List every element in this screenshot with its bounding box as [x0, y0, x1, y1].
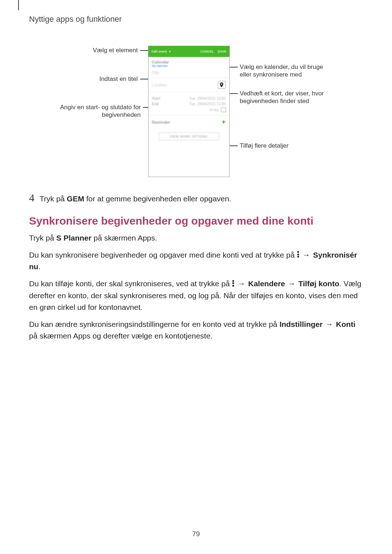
map-pin-icon: [218, 81, 226, 89]
phone-toolbar: Add event ▼ CANCEL SAVE: [148, 46, 229, 57]
paragraph-2: Du kan synkronisere begivenheder og opga…: [29, 249, 363, 273]
paragraph-3: Du kan tilføje konti, der skal synkronis…: [29, 278, 363, 313]
location-section: Location: [148, 78, 229, 92]
leader-line: [230, 93, 238, 94]
callout-choose-calendar: Vælg en kalender, du vil bruge eller syn…: [240, 63, 334, 79]
phone-blank-area: [148, 144, 229, 177]
page-notch: [18, 0, 19, 10]
more-options-icon: [232, 279, 234, 287]
page-content: Nyttige apps og funktioner Vælg et eleme…: [0, 0, 392, 362]
calendar-label: Calendar: [152, 60, 226, 64]
leader-line: [143, 107, 148, 108]
leader-line: [140, 50, 148, 51]
all-day-checkbox: [221, 107, 226, 112]
left-callouts: Vælg et element Indtast en titel Angiv e…: [54, 46, 148, 119]
more-options-icon: [297, 251, 299, 258]
reminder-label: Reminder: [152, 120, 171, 124]
start-datetime: Tue, 28/04/2015 10:00: [189, 97, 225, 100]
paragraph-4: Du kan ændre synkroniseringsindstillinge…: [29, 319, 363, 342]
start-label: Start: [152, 97, 160, 100]
calendar-diagram: Vælg et element Indtast en titel Angiv e…: [29, 46, 363, 177]
step-4: 4 Tryk på GEM for at gemme begivenheden …: [29, 192, 363, 204]
all-day-label: All day: [209, 108, 219, 112]
title-field-label: Title: [152, 70, 226, 75]
paragraph-1: Tryk på S Planner på skærmen Apps.: [29, 232, 363, 244]
dropdown-triangle-icon: ▼: [168, 50, 171, 53]
step-number: 4: [29, 192, 34, 204]
callout-start-end: Angiv en start- og slutdato for begivenh…: [57, 103, 141, 119]
location-field-label: Location: [152, 83, 167, 87]
page-number: 79: [0, 530, 392, 538]
add-reminder-plus-icon: +: [222, 118, 226, 126]
calendar-chooser-section: Calendar My calendar Title: [148, 57, 229, 78]
page-header: Nyttige apps og funktioner: [29, 15, 363, 24]
phone-screenshot: Add event ▼ CANCEL SAVE Calendar My cale…: [148, 46, 230, 177]
leader-line: [140, 79, 148, 79]
callout-attach-map: Vedhæft et kort, der viser, hvor begiven…: [240, 90, 338, 105]
save-button-label: SAVE: [218, 50, 226, 53]
leader-line: [230, 67, 238, 67]
reminder-section: Reminder +: [148, 115, 229, 129]
add-event-label: Add event: [151, 50, 167, 53]
cancel-button-label: CANCEL: [200, 50, 214, 53]
section-heading-sync: Synkronisere begivenheder og opgaver med…: [29, 215, 363, 227]
callout-more-details: Tilføj flere detaljer: [240, 142, 289, 149]
step-text: Tryk på GEM for at gemme begivenheden el…: [40, 193, 231, 204]
callout-enter-title: Indtast en titel: [99, 75, 138, 83]
view-more-options: VIEW MORE OPTIONS: [159, 132, 219, 140]
datetime-section: StartTue, 28/04/2015 10:00 EndTue, 28/04…: [148, 92, 229, 115]
callout-select-element: Vælg et element: [93, 46, 138, 54]
end-datetime: Tue, 28/04/2015 11:00: [189, 102, 225, 106]
end-label: End: [152, 102, 159, 106]
my-calendar-label: My calendar: [152, 64, 226, 67]
right-callouts: Vælg en kalender, du vil bruge eller syn…: [230, 46, 339, 149]
leader-line: [230, 145, 238, 146]
